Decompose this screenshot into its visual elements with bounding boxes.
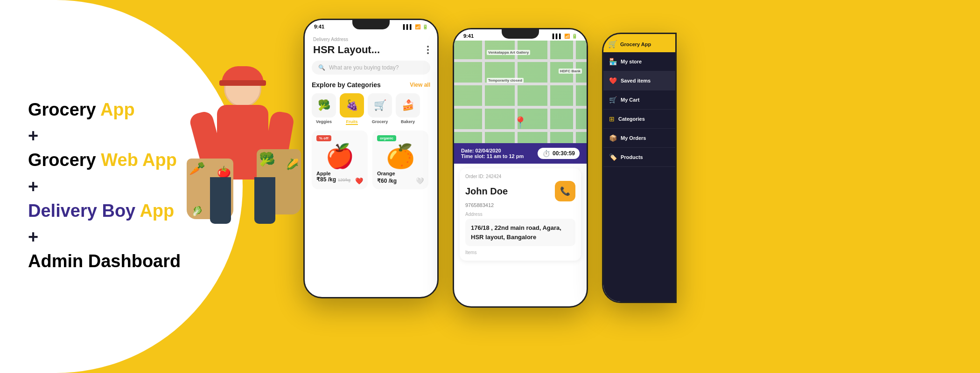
delivery-addr-label: Delivery Address (305, 31, 437, 42)
phone-screens-container: 9:41 ▌▌▌ 📶 🔋 Delivery Address HSR Layout… (303, 19, 677, 308)
nav-item-products[interactable]: 🏷️ Products (603, 148, 675, 167)
category-veggies[interactable]: 🥦 Veggies (312, 93, 336, 125)
line3-text: App (140, 201, 174, 221)
map-area: Venkatappa Art Gallery HDFC Bank Tempora… (454, 41, 587, 143)
timer-value: 00:30:59 (553, 150, 575, 157)
apple-name: Apple (316, 171, 363, 176)
app-name-label: Grocery App (620, 41, 651, 47)
orange-name: Orange (377, 171, 424, 176)
menu-dots[interactable] (427, 46, 429, 54)
date-time-info: Date: 02/04/2020 Time slot: 11 am to 12 … (461, 148, 524, 159)
product-apple[interactable]: % off 🍎 Apple ₹85 /kg 120/kg ❤️ (312, 131, 368, 189)
dot-3 (427, 52, 429, 54)
products-icon: 🏷️ (609, 153, 617, 161)
search-placeholder: What are you buying today? (329, 64, 399, 71)
address-value: 176/18 , 22nd main road, Agara, HSR layo… (465, 219, 575, 246)
road-h1 (454, 59, 587, 62)
line2-text: Grocery (28, 150, 101, 170)
wifi-icon-1: 📶 (415, 24, 420, 29)
orange-image: 🍊 (377, 145, 424, 168)
road-v1 (482, 41, 485, 143)
nav-item-mystore[interactable]: 🏪 My store (603, 52, 675, 71)
phone-notch-2 (502, 29, 539, 39)
mycart-label: My Cart (621, 97, 639, 103)
apple-old-price: 120/kg (338, 178, 350, 182)
customer-phone: 9765883412 (465, 202, 575, 208)
time-slot-label: Time slot: 11 am to 12 pm (461, 153, 524, 159)
map-label-2: HDFC Bank (559, 69, 582, 74)
date-timer-bar: Date: 02/04/2020 Time slot: 11 am to 12 … (454, 143, 587, 164)
address-row: HSR Layout... (305, 42, 437, 61)
road-v3 (547, 41, 550, 143)
grocery-cart-icon: 🛒 (608, 40, 617, 48)
apple-image: 🍎 (316, 145, 363, 168)
organic-badge: organic (377, 135, 396, 141)
status-icons-2: ▌▌▌ 📶 🔋 (553, 34, 577, 39)
search-icon: 🔍 (318, 64, 325, 71)
nav-item-categories[interactable]: ⊞ Categories (603, 110, 675, 129)
map-label-1: Venkatappa Art Gallery (487, 50, 530, 55)
line1-text: Grocery (28, 100, 100, 119)
date-label: Date: 02/04/2020 (461, 148, 524, 153)
line2-accent: Web App (101, 150, 177, 170)
grocery-icon: 🛒 (368, 93, 392, 117)
timer-icon: ⏱️ (542, 150, 550, 157)
explore-row: Explore by Categories View all (305, 81, 437, 93)
products-label: Products (621, 154, 643, 160)
address-label: Address (465, 212, 575, 217)
phone-grocery-app: 9:41 ▌▌▌ 📶 🔋 Delivery Address HSR Layout… (303, 19, 439, 298)
line1-accent: App (100, 100, 135, 119)
view-all-link[interactable]: View all (410, 82, 430, 88)
veggies-icon: 🥦 (312, 93, 336, 117)
fruits-icon: 🍇 (340, 93, 364, 117)
admin-sidebar: 🛒 Grocery App 🏪 My store ❤️ Saved items … (603, 34, 675, 302)
orange-heart-icon[interactable]: 🤍 (416, 177, 424, 185)
battery-icon-1: 🔋 (422, 24, 428, 29)
category-grocery[interactable]: 🛒 Grocery (368, 93, 392, 125)
orange-price: ₹60 /kg (377, 178, 397, 184)
heart-icon: ❤️ (609, 77, 617, 84)
admin-header: 🛒 Grocery App (603, 34, 675, 52)
saveditems-label: Saved items (621, 78, 651, 83)
line3-accent: Delivery Boy (28, 201, 140, 221)
products-row: % off 🍎 Apple ₹85 /kg 120/kg ❤️ organic … (305, 131, 437, 189)
nav-item-saveditems[interactable]: ❤️ Saved items (603, 71, 675, 90)
bakery-icon: 🍰 (396, 93, 420, 117)
search-bar[interactable]: 🔍 What are you buying today? (312, 61, 430, 75)
category-fruits[interactable]: 🍇 Fruits (340, 93, 364, 125)
phone-admin-app: 🛒 Grocery App 🏪 My store ❤️ Saved items … (602, 33, 677, 303)
location-pin: 📍 (513, 116, 527, 129)
cart-icon: 🛒 (609, 96, 617, 104)
address-text: HSR Layout... (313, 44, 380, 56)
apple-heart-icon[interactable]: ❤️ (355, 177, 363, 185)
category-bakery[interactable]: 🍰 Bakery (396, 93, 420, 125)
categories-label: Categories (618, 116, 645, 122)
order-card: Order ID: 242424 John Doe 📞 9765883412 A… (460, 168, 581, 261)
status-icons-1: ▌▌▌ 📶 🔋 (403, 24, 428, 29)
nav-item-myorders[interactable]: 📦 My Orders (603, 129, 675, 148)
categories-row: 🥦 Veggies 🍇 Fruits 🛒 Grocery 🍰 Bakery (305, 93, 437, 131)
wifi-icon-2: 📶 (564, 34, 570, 39)
signal-icon-1: ▌▌▌ (403, 24, 413, 29)
categories-icon: ⊞ (609, 115, 615, 123)
orders-icon: 📦 (609, 134, 617, 142)
dot-2 (427, 49, 429, 51)
signal-icon-2: ▌▌▌ (553, 34, 562, 39)
veggies-label: Veggies (316, 119, 332, 124)
order-id: Order ID: 242424 (465, 174, 575, 179)
phone-notch-1 (352, 20, 390, 29)
phone-delivery-app: 9:41 ▌▌▌ 📶 🔋 Venkatappa Art Gallery HDFC… (453, 28, 588, 308)
items-label: Items (465, 250, 575, 255)
product-orange[interactable]: organic 🍊 Orange ₹60 /kg 🤍 (372, 131, 428, 189)
call-button[interactable]: 📞 (555, 181, 575, 201)
road-h3 (454, 106, 587, 109)
status-time-1: 9:41 (314, 24, 324, 29)
delivery-person-image: 🥕 🍅 🥬 🥦 🌽 🥒 (177, 56, 308, 373)
apple-price: ₹85 /kg (316, 176, 336, 183)
bakery-label: Bakery (401, 119, 415, 124)
grocery-label: Grocery (372, 119, 388, 124)
nav-item-mycart[interactable]: 🛒 My Cart (603, 90, 675, 110)
status-time-2: 9:41 (463, 33, 474, 39)
road-h4 (454, 129, 587, 132)
battery-icon-2: 🔋 (572, 34, 577, 39)
